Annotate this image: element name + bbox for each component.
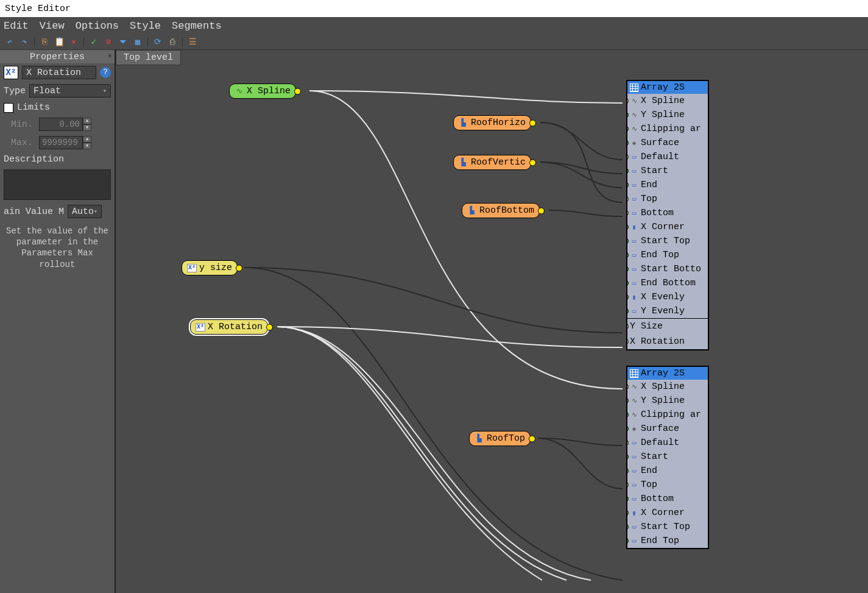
array-input-row[interactable]: ▭Y Evenly [627, 304, 708, 318]
input-port[interactable] [627, 98, 629, 104]
array-header[interactable]: Array 2S [627, 81, 708, 94]
array-input-row[interactable]: ▭Start [627, 164, 708, 178]
array-input-row[interactable]: ▭Start [627, 450, 708, 464]
array-input-row[interactable]: ▭Start Botto [627, 262, 708, 276]
array-input-row[interactable]: ◈Surface [627, 422, 708, 436]
check-icon[interactable]: ✓ [89, 37, 99, 47]
array-input-row[interactable]: ▭End [627, 178, 708, 192]
refresh-icon[interactable]: ⟳ [153, 37, 163, 47]
value-mode-select[interactable]: Auto [68, 205, 102, 218]
array-input-row[interactable]: ∿Clipping ar [627, 408, 708, 422]
array-input-row[interactable]: ▭Default [627, 150, 708, 164]
input-port[interactable] [627, 140, 629, 146]
array-input-row[interactable]: ▭Default [627, 436, 708, 450]
max-spinner[interactable]: ▲▼ [39, 136, 91, 149]
close-icon[interactable]: × [108, 52, 112, 61]
output-port[interactable] [529, 435, 535, 442]
redo-icon[interactable]: ↷ [19, 37, 29, 47]
input-port[interactable] [627, 112, 629, 118]
node-roof-vertical[interactable]: ▙ RoofVertic [453, 155, 531, 170]
node-x-rotation[interactable]: X² X Rotation [190, 319, 268, 335]
array-input-row[interactable]: ▭End [627, 464, 708, 478]
type-select[interactable]: Float [29, 84, 111, 98]
input-port[interactable] [627, 154, 629, 160]
filter-icon[interactable]: ⏷ [118, 37, 128, 47]
input-port[interactable] [627, 280, 629, 286]
array-input-row[interactable]: ▮X Corner [627, 506, 708, 520]
node-y-size[interactable]: X² y size [182, 260, 238, 275]
input-port[interactable] [627, 467, 629, 474]
node-roof-horizontal[interactable]: ▙ RoofHorizo [453, 115, 531, 130]
input-port[interactable] [627, 383, 629, 390]
input-port[interactable] [626, 323, 629, 330]
input-port[interactable] [627, 210, 629, 216]
max-up-icon[interactable]: ▲ [83, 136, 91, 143]
input-port[interactable] [627, 495, 629, 502]
input-port[interactable] [627, 397, 629, 404]
array-input-row[interactable]: ▭Top [627, 478, 708, 492]
input-port[interactable] [627, 425, 629, 432]
output-port[interactable] [236, 265, 242, 271]
array-input-row[interactable]: ∿Y Spline [627, 394, 708, 408]
array-input-row[interactable]: ∿Clipping ar [627, 122, 708, 136]
array-node-2[interactable]: Array 2S ∿X Spline∿Y Spline∿Clipping ar◈… [626, 366, 709, 549]
input-port[interactable] [627, 524, 629, 530]
min-up-icon[interactable]: ▲ [83, 118, 91, 124]
input-port[interactable] [627, 294, 629, 300]
input-port[interactable] [627, 168, 629, 174]
input-port[interactable] [626, 338, 629, 345]
input-port[interactable] [627, 411, 629, 418]
menu-view[interactable]: View [40, 20, 65, 32]
input-port[interactable] [627, 266, 629, 272]
max-down-icon[interactable]: ▼ [83, 143, 91, 149]
list-icon[interactable]: ☰ [188, 37, 197, 47]
array-input-row[interactable]: ∿X Spline [627, 380, 708, 394]
array-input-row[interactable]: ▮X Corner [627, 220, 708, 234]
min-input[interactable] [39, 118, 83, 131]
node-roof-top[interactable]: ▙ RoofTop [469, 431, 531, 446]
array-input-row[interactable]: ▭Start Top [627, 234, 708, 248]
input-port[interactable] [627, 510, 629, 516]
delete-icon[interactable]: ✕ [69, 37, 79, 47]
export-icon[interactable]: ⎙ [168, 37, 177, 47]
menu-edit[interactable]: Edit [4, 20, 29, 32]
param-name-field[interactable]: X Rotation [22, 66, 96, 79]
menu-segments[interactable]: Segments [172, 20, 222, 32]
cancel-icon[interactable]: ⊘ [104, 37, 113, 47]
input-port[interactable] [627, 439, 629, 446]
array-input-row[interactable]: ▭Top [627, 192, 708, 206]
tab-top-level[interactable]: Top level [116, 50, 181, 65]
array-param-row[interactable]: X Rotation [627, 334, 708, 349]
input-port[interactable] [627, 481, 629, 488]
node-roof-bottom[interactable]: ▙ RoofBottom [462, 203, 540, 218]
menu-style[interactable]: Style [130, 20, 161, 32]
array-input-row[interactable]: ▭Start Top [627, 520, 708, 534]
array-node-1[interactable]: Array 2S ∿X Spline∿Y Spline∿Clipping ar◈… [626, 80, 709, 350]
array-input-row[interactable]: ∿Y Spline [627, 108, 708, 122]
output-port[interactable] [294, 88, 301, 94]
output-port[interactable] [266, 324, 273, 330]
array-input-row[interactable]: ◈Surface [627, 136, 708, 150]
max-input[interactable] [39, 136, 83, 149]
node-canvas[interactable]: Top level [116, 50, 868, 593]
input-port[interactable] [627, 538, 629, 544]
undo-icon[interactable]: ↶ [5, 37, 15, 47]
node-x-spline[interactable]: ∿ X Spline [229, 83, 296, 99]
description-textarea[interactable] [4, 169, 111, 200]
array-param-row[interactable]: Y Size [627, 319, 708, 334]
output-port[interactable] [529, 119, 536, 126]
menu-options[interactable]: Options [76, 20, 119, 32]
box-icon[interactable]: ▦ [133, 37, 143, 47]
min-spinner[interactable]: ▲▼ [39, 118, 91, 131]
input-port[interactable] [627, 453, 629, 460]
input-port[interactable] [627, 238, 629, 244]
limits-checkbox[interactable] [4, 103, 13, 113]
array-input-row[interactable]: ▭End Top [627, 248, 708, 262]
array-header[interactable]: Array 2S [627, 367, 708, 380]
input-port[interactable] [627, 308, 629, 314]
output-port[interactable] [529, 159, 536, 166]
paste-icon[interactable]: 📋 [54, 37, 64, 47]
array-input-row[interactable]: ▮X Evenly [627, 290, 708, 304]
input-port[interactable] [627, 126, 629, 132]
array-input-row[interactable]: ▭Bottom [627, 492, 708, 506]
